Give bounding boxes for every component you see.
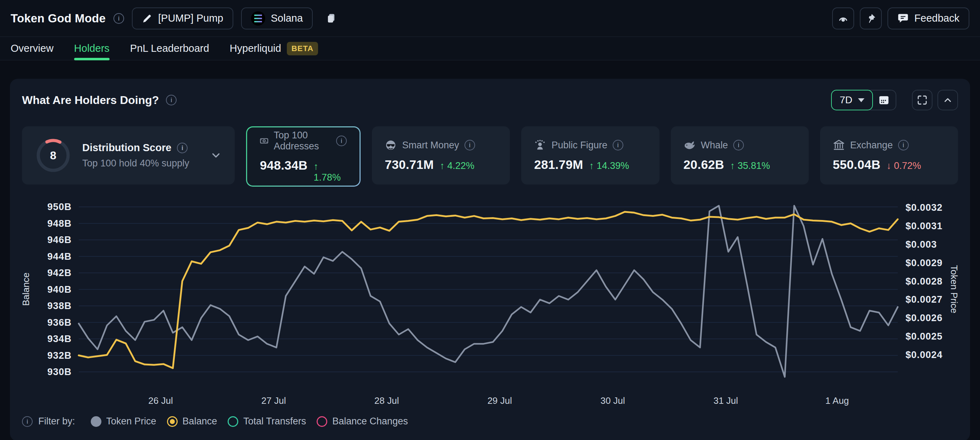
- caret-down-icon: [858, 98, 864, 102]
- chevron-down-icon[interactable]: [210, 149, 222, 161]
- pencil-icon: [142, 13, 153, 24]
- info-icon[interactable]: [612, 140, 623, 150]
- metric-value: 550.04B: [833, 158, 880, 172]
- pin-icon: [865, 13, 877, 24]
- info-icon[interactable]: [177, 143, 188, 153]
- distribution-score-card[interactable]: 8 Distribution Score Top 100 hold 40% su…: [22, 126, 235, 185]
- info-icon[interactable]: [898, 140, 909, 150]
- public-figure-card[interactable]: Public Figure 281.79M ↑ 14.39%: [521, 126, 659, 185]
- balance-swatch: [167, 416, 178, 427]
- fullscreen-icon: [917, 95, 928, 105]
- info-icon[interactable]: [22, 416, 33, 427]
- legend-label: Balance Changes: [332, 416, 408, 427]
- info-icon[interactable]: [166, 95, 177, 105]
- chat-bubble-icon: [897, 13, 909, 24]
- beta-badge: BETA: [287, 42, 318, 55]
- info-icon[interactable]: [733, 140, 744, 150]
- time-range-label: 7D: [840, 94, 852, 106]
- left-axis-tick: 940B: [47, 284, 72, 295]
- metric-title: Whale: [701, 140, 728, 151]
- solana-icon: [251, 11, 265, 26]
- feedback-label: Feedback: [915, 13, 959, 24]
- right-axis-tick: $0.0032: [905, 202, 943, 213]
- exchange-card[interactable]: Exchange 550.04B ↓ 0.72%: [820, 126, 958, 185]
- right-axis-tick: $0.0025: [905, 331, 943, 342]
- filter-by-label: Filter by:: [38, 416, 75, 427]
- fullscreen-button[interactable]: [912, 90, 932, 110]
- top100-addresses-card[interactable]: Top 100 Addresses 948.34B ↑ 1.78%: [247, 128, 360, 186]
- copy-address-button[interactable]: [321, 8, 342, 29]
- chain-select-button[interactable]: Solana: [241, 8, 313, 29]
- metric-title: Public Figure: [551, 140, 607, 151]
- x-axis-tick: 30 Jul: [600, 395, 625, 406]
- collapse-button[interactable]: [937, 90, 958, 110]
- calendar-icon: [878, 94, 889, 106]
- right-axis-tick: $0.0031: [905, 221, 943, 231]
- tab-bar: Overview Holders PnL Leaderboard Hyperli…: [0, 37, 980, 60]
- legend-label: Token Price: [107, 416, 156, 427]
- smart-money-card[interactable]: Smart Money 730.71M ↑ 4.22%: [372, 126, 510, 185]
- chart-filter-legend: Filter by: Token Price Balance Total Tra…: [22, 416, 958, 427]
- x-axis-tick: 26 Jul: [148, 395, 173, 406]
- token-price-line: [79, 206, 898, 377]
- metric-title: Smart Money: [402, 140, 459, 151]
- eye-icon: [837, 13, 849, 24]
- x-axis-tick: 27 Jul: [261, 395, 286, 406]
- copy-icon: [326, 13, 337, 24]
- total-transfers-swatch: [228, 416, 238, 427]
- whale-card[interactable]: Whale 20.62B ↑ 35.81%: [671, 126, 809, 185]
- panel-title: What Are Holders Doing?: [22, 94, 159, 107]
- legend-item-token-price[interactable]: Token Price: [91, 416, 156, 427]
- info-icon[interactable]: [465, 140, 475, 150]
- bank-icon: [833, 139, 845, 151]
- token-select-button[interactable]: [PUMP] Pump: [132, 8, 233, 29]
- watch-button[interactable]: [832, 8, 854, 29]
- holders-chart-svg[interactable]: 950B948B946B944B942B940B938B936B934B932B…: [22, 199, 958, 412]
- info-icon[interactable]: [336, 136, 347, 146]
- time-range-group: 7D: [831, 90, 896, 110]
- radio-dot: [170, 419, 175, 424]
- left-axis-tick: 934B: [47, 333, 72, 344]
- banknote-icon: [260, 135, 269, 147]
- metric-title: Top 100 Addresses: [274, 130, 331, 152]
- right-axis-title: Token Price: [949, 265, 958, 313]
- tab-overview[interactable]: Overview: [11, 37, 54, 60]
- info-icon[interactable]: [113, 13, 124, 24]
- balance-line: [79, 212, 898, 368]
- stat-cards-row: 8 Distribution Score Top 100 hold 40% su…: [22, 126, 958, 187]
- metric-value: 948.34B: [260, 158, 307, 172]
- tab-holders[interactable]: Holders: [74, 37, 110, 60]
- left-axis-tick: 930B: [47, 367, 72, 377]
- top100-card-selected-border: Top 100 Addresses 948.34B ↑ 1.78%: [246, 126, 361, 187]
- right-axis-tick: $0.0027: [905, 294, 943, 305]
- holders-chart[interactable]: 950B948B946B944B942B940B938B936B934B932B…: [22, 199, 958, 412]
- pin-button[interactable]: [860, 8, 882, 29]
- right-axis-tick: $0.0029: [905, 258, 943, 268]
- right-axis-tick: $0.0024: [905, 349, 943, 360]
- right-axis-tick: $0.0026: [905, 312, 943, 323]
- time-range-dropdown[interactable]: 7D: [831, 90, 873, 110]
- left-axis-tick: 942B: [47, 268, 72, 278]
- tab-pnl-leaderboard[interactable]: PnL Leaderboard: [130, 37, 209, 60]
- calendar-button[interactable]: [872, 91, 896, 110]
- app-header: Token God Mode [PUMP] Pump Solana: [0, 0, 980, 37]
- distribution-score-value: 8: [35, 137, 72, 174]
- distribution-score-title: Distribution Score: [82, 142, 171, 154]
- feedback-button[interactable]: Feedback: [888, 8, 969, 29]
- legend-item-balance[interactable]: Balance: [167, 416, 217, 427]
- legend-item-balance-changes[interactable]: Balance Changes: [317, 416, 408, 427]
- left-axis-tick: 948B: [47, 218, 72, 229]
- left-axis-tick: 950B: [47, 202, 72, 212]
- public-figure-icon: [534, 139, 546, 151]
- token-select-label: [PUMP] Pump: [158, 13, 223, 24]
- chevron-up-icon: [942, 95, 953, 105]
- legend-label: Total Transfers: [243, 416, 306, 427]
- metric-change: ↓ 0.72%: [886, 160, 921, 171]
- left-axis-tick: 932B: [47, 350, 72, 361]
- chain-select-label: Solana: [271, 13, 303, 24]
- left-axis-tick: 936B: [47, 317, 72, 328]
- legend-item-total-transfers[interactable]: Total Transfers: [228, 416, 306, 427]
- metric-value: 730.71M: [385, 158, 434, 172]
- tab-hyperliquid[interactable]: Hyperliquid BETA: [230, 37, 318, 60]
- metric-value: 20.62B: [684, 158, 724, 172]
